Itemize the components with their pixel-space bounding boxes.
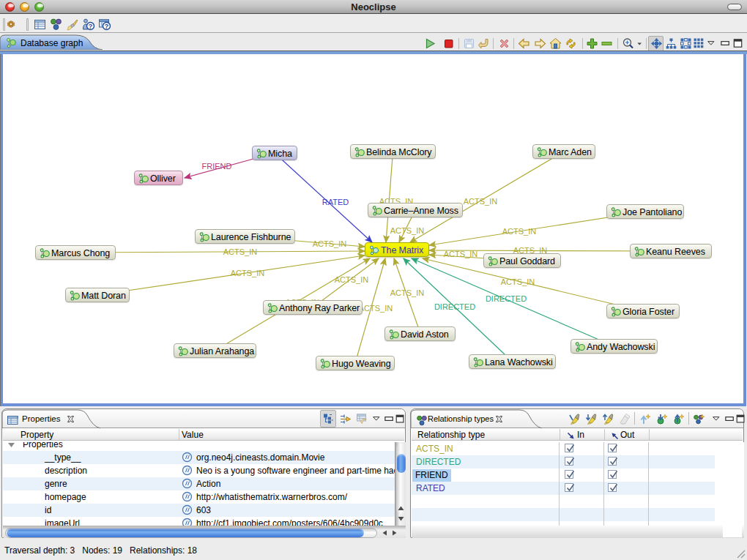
svg-text:ACTS_IN: ACTS_IN (464, 197, 498, 206)
svg-text:ACTS_IN: ACTS_IN (390, 226, 425, 235)
svg-text:DIRECTED: DIRECTED (486, 294, 527, 303)
svg-text:ACTS_IN: ACTS_IN (231, 269, 265, 277)
svg-text:RATED: RATED (322, 198, 349, 206)
svg-text:ACTS_IN: ACTS_IN (313, 239, 347, 248)
svg-text:DIRECTED: DIRECTED (434, 302, 475, 311)
svg-text:ACTS_IN: ACTS_IN (501, 277, 535, 286)
svg-text:ACTS_IN: ACTS_IN (223, 247, 258, 256)
svg-text:?: ? (89, 22, 93, 30)
svg-text:ACTS_IN: ACTS_IN (390, 288, 425, 297)
svg-text:FRIEND: FRIEND (202, 162, 232, 171)
svg-text:ACTS_IN: ACTS_IN (335, 275, 369, 284)
svg-text:ACTS_IN: ACTS_IN (359, 304, 393, 313)
svg-text:ACTS_IN: ACTS_IN (444, 250, 478, 258)
svg-text:?: ? (105, 22, 109, 30)
svg-text:ACTS_IN: ACTS_IN (502, 227, 537, 236)
